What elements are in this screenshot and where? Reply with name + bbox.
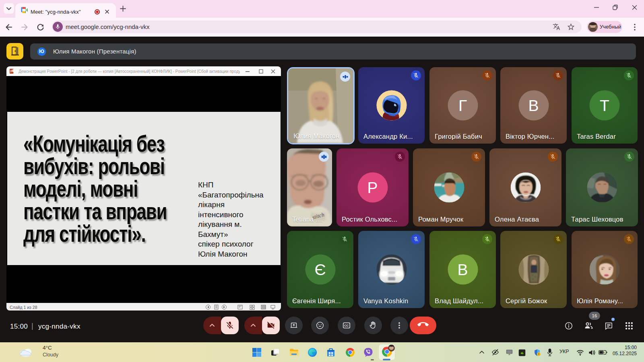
svg-text:CC: CC xyxy=(344,324,349,327)
svg-text:P: P xyxy=(10,69,13,73)
svg-text:!: ! xyxy=(538,353,539,356)
